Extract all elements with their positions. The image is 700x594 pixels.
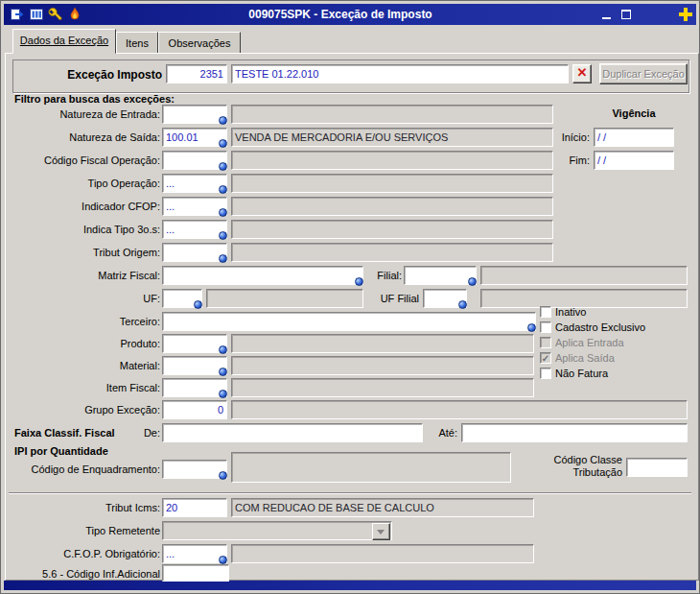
terceiro-input[interactable]	[162, 312, 536, 331]
tribut-origem-desc	[231, 243, 553, 262]
tab-dados-da-excecao[interactable]: Dados da Exceção	[12, 29, 116, 54]
vigencia-title: Vigência	[586, 107, 682, 120]
zoom-lookup-icon[interactable]	[219, 208, 227, 217]
faixa-de-label: De:	[116, 426, 160, 440]
tab-label: Dados da Exceção	[20, 35, 108, 46]
uf-desc	[206, 289, 363, 308]
zoom-lookup-icon[interactable]	[355, 277, 363, 286]
tab-observacoes[interactable]: Observações	[158, 32, 241, 53]
zoom-lookup-icon[interactable]	[219, 231, 227, 240]
tab-itens[interactable]: Itens	[116, 32, 158, 53]
excecao-codigo-input[interactable]	[166, 64, 227, 83]
inativo-checkbox[interactable]	[540, 306, 551, 318]
combo-dropdown-button	[372, 523, 390, 540]
filial-desc	[480, 266, 688, 285]
natureza-entrada-desc	[231, 105, 553, 124]
zoom-lookup-icon[interactable]	[219, 345, 227, 354]
codigo-classe-tributacao-label: Código Classe Tributação	[530, 454, 622, 481]
zoom-lookup-icon[interactable]	[219, 556, 227, 564]
zoom-lookup-icon[interactable]	[219, 162, 227, 171]
nao-fatura-checkbox-label: Não Fatura	[555, 368, 608, 380]
indica-tipo-3os-label: Indica Tipo 3o.s:	[5, 223, 160, 236]
item-fiscal-label: Item Fiscal:	[5, 381, 160, 394]
tipo-operacao-label: Tipo Operação:	[5, 177, 160, 190]
flame-icon[interactable]	[67, 7, 82, 22]
codigo-fiscal-operacao-label: Código Fiscal Operação:	[5, 154, 160, 167]
zoom-lookup-icon[interactable]	[219, 390, 227, 398]
plus-icon	[679, 12, 692, 16]
zoom-lookup-icon[interactable]	[219, 368, 227, 376]
natureza-entrada-input[interactable]	[162, 105, 227, 124]
material-input[interactable]	[162, 356, 227, 375]
codigo-inf-adicional-input[interactable]	[162, 564, 229, 582]
produto-input[interactable]	[162, 334, 227, 353]
ipi-section-title: IPI por Quantidade	[14, 444, 168, 458]
grupo-excecao-input[interactable]	[162, 400, 227, 419]
grupo-excecao-desc	[231, 400, 688, 419]
cadastro-exclusivo-checkbox[interactable]	[540, 321, 551, 333]
filial-label: Filial:	[365, 269, 402, 282]
grupo-excecao-label: Grupo Exceção:	[5, 403, 160, 416]
wrench-icon[interactable]	[48, 7, 63, 22]
plus-button[interactable]	[679, 8, 692, 21]
excecao-descricao-input[interactable]	[231, 64, 569, 83]
cadastro-exclusivo-checkbox-label: Cadastro Exclusivo	[555, 321, 645, 334]
minimize-icon	[602, 17, 611, 19]
tribut-icms-desc: COM REDUCAO DE BASE DE CALCULO	[231, 498, 534, 517]
zoom-lookup-icon[interactable]	[219, 116, 227, 125]
tribut-icms-input[interactable]	[162, 498, 227, 517]
indica-tipo-3os-input[interactable]	[162, 220, 227, 239]
tab-label: Itens	[126, 37, 149, 49]
zoom-lookup-icon[interactable]	[219, 254, 227, 263]
inativo-checkbox-label: Inativo	[555, 306, 586, 319]
faixa-ate-label: Até:	[423, 426, 457, 440]
zoom-lookup-icon[interactable]	[219, 185, 227, 194]
exit-icon[interactable]	[10, 7, 25, 22]
item-fiscal-desc	[231, 378, 534, 397]
filter-section-title: Filtro para busca das exceções:	[14, 92, 254, 106]
zoom-lookup-icon[interactable]	[219, 471, 227, 480]
codigo-classe-tributacao-input[interactable]	[626, 458, 688, 477]
tipo-remetente-label: Tipo Remetente	[5, 524, 160, 537]
zoom-lookup-icon[interactable]	[219, 139, 227, 148]
tribut-origem-label: Tribut Origem:	[5, 246, 160, 259]
codigo-enquadramento-label: Código de Enquadramento:	[5, 463, 160, 476]
indicador-cfop-desc	[231, 197, 553, 216]
titlebar: 009075SPK - Exceção de Imposto	[4, 4, 696, 25]
indicador-cfop-label: Indicador CFOP:	[5, 200, 160, 213]
aplica-saida-checkbox: ✓	[540, 352, 551, 364]
minimize-button[interactable]	[600, 8, 614, 21]
nao-fatura-checkbox[interactable]	[540, 368, 551, 379]
zoom-lookup-icon[interactable]	[527, 323, 536, 332]
filial-input[interactable]	[404, 266, 477, 285]
fim-input[interactable]	[594, 151, 674, 170]
codigo-fiscal-operacao-desc	[231, 151, 553, 170]
aplica-entrada-checkbox-label: Aplica Entrada	[555, 337, 624, 349]
codigo-enquadramento-input[interactable]	[162, 460, 227, 479]
terceiro-label: Terceiro:	[5, 315, 160, 328]
item-fiscal-input[interactable]	[162, 378, 227, 397]
delete-button[interactable]: ✕	[572, 64, 592, 83]
zoom-lookup-icon[interactable]	[194, 300, 202, 309]
uf-filial-desc	[480, 289, 688, 308]
maximize-icon	[621, 10, 631, 19]
matriz-fiscal-input[interactable]	[162, 266, 363, 285]
cfop-obrigatorio-input[interactable]	[162, 544, 227, 563]
cfop-obrigatorio-label: C.F.O.P. Obrigatório:	[5, 547, 160, 560]
inicio-label: Início:	[548, 131, 590, 144]
faixa-ate-input[interactable]	[461, 423, 688, 442]
inicio-input[interactable]	[594, 128, 674, 147]
zoom-lookup-icon[interactable]	[458, 300, 467, 309]
cfop-obrigatorio-desc	[231, 544, 534, 563]
material-desc	[231, 356, 534, 375]
zoom-lookup-icon[interactable]	[468, 277, 477, 286]
columns-icon[interactable]	[29, 7, 44, 22]
codigo-fiscal-operacao-input[interactable]	[162, 151, 227, 170]
tipo-operacao-input[interactable]	[162, 174, 227, 193]
indicador-cfop-input[interactable]	[162, 197, 227, 216]
natureza-saida-input[interactable]	[162, 128, 227, 147]
tribut-origem-input[interactable]	[162, 243, 227, 262]
faixa-de-input[interactable]	[162, 423, 423, 442]
tab-label: Observações	[169, 37, 231, 49]
maximize-button[interactable]	[619, 8, 633, 21]
